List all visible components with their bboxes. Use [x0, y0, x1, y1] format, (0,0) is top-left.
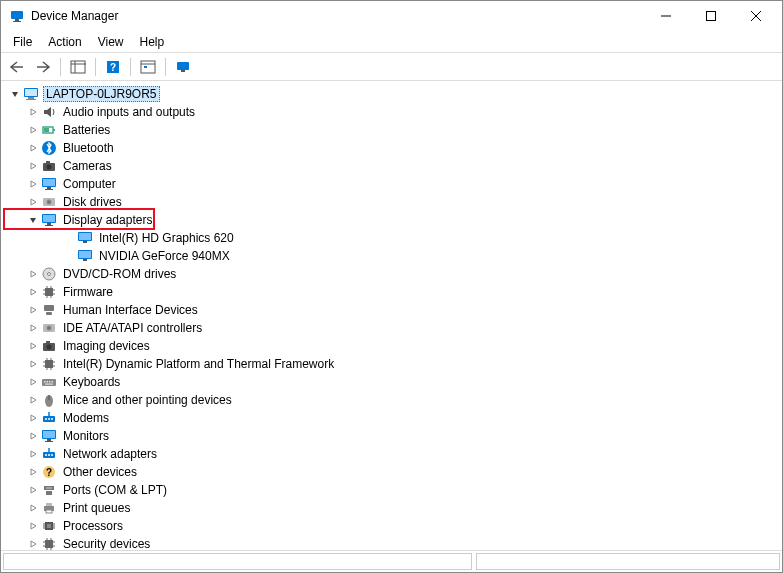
chevron-right-icon[interactable] [25, 140, 41, 156]
chevron-right-icon[interactable] [25, 158, 41, 174]
tree-category-node[interactable]: Processors [5, 517, 782, 535]
chevron-right-icon[interactable] [25, 446, 41, 462]
svg-rect-104 [46, 510, 52, 513]
device-label: NVIDIA GeForce 940MX [97, 249, 232, 263]
title-bar: Device Manager [1, 1, 782, 31]
svg-rect-0 [11, 11, 23, 19]
close-button[interactable] [733, 1, 778, 31]
monitor-icon [41, 212, 57, 228]
device-tree[interactable]: LAPTOP-0LJR9OR5 Audio inputs and outputs… [1, 81, 782, 550]
tree-category-node[interactable]: Monitors [5, 427, 782, 445]
chevron-right-icon[interactable] [25, 392, 41, 408]
tree-category-node[interactable]: Human Interface Devices [5, 301, 782, 319]
svg-rect-1 [15, 19, 19, 21]
expander-spacer [61, 248, 77, 264]
chevron-right-icon[interactable] [25, 482, 41, 498]
scan-hardware-button[interactable] [136, 55, 160, 79]
chevron-down-icon[interactable] [25, 212, 41, 228]
chevron-right-icon[interactable] [25, 410, 41, 426]
chevron-right-icon[interactable] [25, 464, 41, 480]
svg-rect-22 [53, 129, 55, 131]
menu-view[interactable]: View [90, 33, 132, 51]
tree-category-node[interactable]: Batteries [5, 121, 782, 139]
svg-point-100 [48, 487, 50, 489]
svg-point-91 [45, 454, 47, 456]
back-button[interactable] [5, 55, 29, 79]
tree-category-node[interactable]: Mice and other pointing devices [5, 391, 782, 409]
forward-button[interactable] [31, 55, 55, 79]
tree-category-node[interactable]: IDE ATA/ATAPI controllers [5, 319, 782, 337]
chevron-right-icon[interactable] [25, 302, 41, 318]
mouse-icon [41, 392, 57, 408]
tree-category-node[interactable]: Network adapters [5, 445, 782, 463]
chevron-right-icon[interactable] [25, 266, 41, 282]
tree-category-node[interactable]: Display adapters [5, 211, 782, 229]
chevron-right-icon[interactable] [25, 518, 41, 534]
svg-rect-75 [47, 381, 49, 383]
speaker-icon [41, 104, 57, 120]
chevron-down-icon[interactable] [7, 86, 23, 102]
chevron-right-icon[interactable] [25, 374, 41, 390]
tree-category-node[interactable]: Intel(R) Dynamic Platform and Thermal Fr… [5, 355, 782, 373]
print-icon [41, 500, 57, 516]
chevron-right-icon[interactable] [25, 356, 41, 372]
show-hide-tree-button[interactable] [66, 55, 90, 79]
tree-category-node[interactable]: ? Other devices [5, 463, 782, 481]
svg-rect-38 [45, 225, 53, 226]
menu-help[interactable]: Help [132, 33, 173, 51]
monitor-icon [41, 428, 57, 444]
tree-category-node[interactable]: Security devices [5, 535, 782, 550]
chevron-right-icon[interactable] [25, 194, 41, 210]
tree-root-node[interactable]: LAPTOP-0LJR9OR5 [5, 85, 782, 103]
svg-rect-31 [45, 189, 53, 190]
camera-icon [41, 338, 57, 354]
menu-file[interactable]: File [5, 33, 40, 51]
category-label: Audio inputs and outputs [61, 105, 197, 119]
cpu-icon [41, 518, 57, 534]
svg-rect-2 [13, 21, 21, 22]
tree-category-node[interactable]: DVD/CD-ROM drives [5, 265, 782, 283]
svg-text:?: ? [110, 62, 116, 73]
chevron-right-icon[interactable] [25, 338, 41, 354]
menu-action[interactable]: Action [40, 33, 89, 51]
chevron-right-icon[interactable] [25, 428, 41, 444]
minimize-button[interactable] [643, 1, 688, 31]
tree-category-node[interactable]: Computer [5, 175, 782, 193]
tree-category-node[interactable]: Cameras [5, 157, 782, 175]
maximize-button[interactable] [688, 1, 733, 31]
svg-rect-89 [45, 441, 53, 442]
chevron-right-icon[interactable] [25, 320, 41, 336]
tree-category-node[interactable]: Bluetooth [5, 139, 782, 157]
tree-category-node[interactable]: Imaging devices [5, 337, 782, 355]
battery-icon [41, 122, 57, 138]
tree-device-node[interactable]: Intel(R) HD Graphics 620 [5, 229, 782, 247]
svg-rect-74 [44, 381, 46, 383]
chevron-right-icon[interactable] [25, 536, 41, 550]
tree-category-node[interactable]: Modems [5, 409, 782, 427]
help-button[interactable]: ? [101, 55, 125, 79]
disk-icon [41, 194, 57, 210]
svg-point-101 [50, 487, 52, 489]
chevron-right-icon[interactable] [25, 284, 41, 300]
svg-rect-7 [71, 61, 85, 73]
disk-icon [41, 320, 57, 336]
tree-device-node[interactable]: NVIDIA GeForce 940MX [5, 247, 782, 265]
tree-category-node[interactable]: Disk drives [5, 193, 782, 211]
chevron-right-icon[interactable] [25, 104, 41, 120]
monitor-button[interactable] [171, 55, 195, 79]
unknown-icon: ? [41, 464, 57, 480]
kb-icon [41, 374, 57, 390]
category-label: Keyboards [61, 375, 122, 389]
tree-category-node[interactable]: Print queues [5, 499, 782, 517]
tree-category-node[interactable]: Keyboards [5, 373, 782, 391]
category-label: Firmware [61, 285, 115, 299]
svg-rect-78 [45, 384, 53, 385]
tree-category-node[interactable]: Firmware [5, 283, 782, 301]
svg-rect-40 [79, 233, 91, 240]
tree-category-node[interactable]: Audio inputs and outputs [5, 103, 782, 121]
tree-category-node[interactable]: Ports (COM & LPT) [5, 481, 782, 499]
chevron-right-icon[interactable] [25, 122, 41, 138]
chevron-right-icon[interactable] [25, 500, 41, 516]
chevron-right-icon[interactable] [25, 176, 41, 192]
window-controls [643, 1, 778, 31]
